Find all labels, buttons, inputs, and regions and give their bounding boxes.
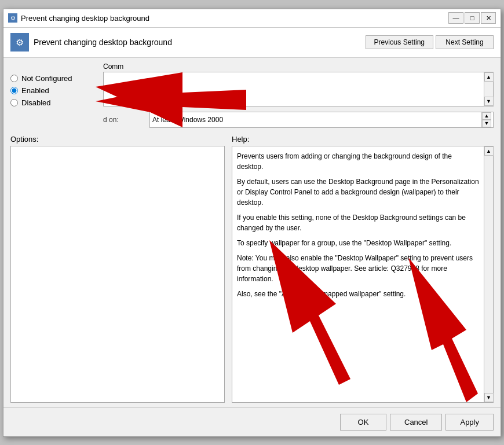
supported-scroll-down[interactable]: ▼ [482,120,491,127]
supported-value: At least Windows 2000 [152,116,481,124]
next-setting-button[interactable]: Next Setting [436,35,494,49]
supported-scrollbar: ▲ ▼ [481,112,491,127]
minimize-button[interactable]: — [448,12,463,24]
help-header: Help: [232,135,494,144]
options-header: Options: [10,135,225,144]
scroll-down-arrow[interactable]: ▼ [484,97,494,106]
header-row: ⚙ Prevent changing desktop background Pr… [3,28,501,58]
header-buttons: Previous Setting Next Setting [366,35,494,49]
supported-scroll-up[interactable]: ▲ [482,112,491,120]
help-scrollbar: ▲ ▼ [484,146,493,402]
title-bar: ⚙ Prevent changing desktop background — … [3,9,501,28]
help-para-5: Note: You must also enable the "Desktop … [237,253,479,284]
help-para-3: If you enable this setting, none of the … [237,212,479,233]
comment-textarea[interactable] [104,72,484,106]
help-column: Help: Prevents users from adding or chan… [232,135,494,403]
disabled-option[interactable]: Disabled [10,98,103,107]
app-icon: ⚙ [8,13,17,23]
radio-comment-row: Not Configured Enabled Disabled Comm [10,62,494,107]
help-para-2: By default, users can use the Desktop Ba… [237,176,479,208]
options-help-row: Options: Help: Prevents users from addin… [10,135,494,403]
enabled-label: Enabled [21,86,49,95]
main-content: Not Configured Enabled Disabled Comm [3,58,501,407]
apply-button[interactable]: Apply [445,414,494,431]
previous-setting-button[interactable]: Previous Setting [366,35,433,49]
title-bar-title: Prevent changing desktop background [21,14,149,23]
comment-scrollbar: ▲ ▼ [484,72,493,106]
comment-section: Comm ▲ ▼ [103,62,494,106]
options-box [10,146,225,403]
help-scroll-up[interactable]: ▲ [484,146,494,156]
header-title: Prevent changing desktop background [34,38,172,47]
maximize-button[interactable]: □ [465,12,480,24]
close-button[interactable]: ✕ [481,12,496,24]
options-column: Options: [10,135,225,403]
header-left: ⚙ Prevent changing desktop background [10,33,172,52]
cancel-button[interactable]: Cancel [390,414,442,431]
comment-label: Comm [103,62,494,71]
disabled-radio[interactable] [10,99,18,106]
not-configured-option[interactable]: Not Configured [10,74,103,83]
header-icon: ⚙ [10,33,29,52]
title-bar-controls: — □ ✕ [448,12,496,24]
help-para-4: To specify wallpaper for a group, use th… [237,238,479,248]
scroll-up-arrow[interactable]: ▲ [484,72,494,82]
ok-button[interactable]: OK [340,414,386,431]
enabled-option[interactable]: Enabled [10,86,103,95]
help-text-content: Prevents users from adding or changing t… [232,146,484,402]
help-box: Prevents users from adding or changing t… [232,146,494,403]
not-configured-label: Not Configured [21,74,72,83]
help-para-6: Also, see the "Allow only bitmapped wall… [237,289,479,299]
radio-section: Not Configured Enabled Disabled [10,62,103,107]
supported-section: d on: At least Windows 2000 ▲ ▼ [103,112,494,128]
disabled-label: Disabled [21,98,51,107]
not-configured-radio[interactable] [10,75,18,82]
supported-value-wrapper: At least Windows 2000 ▲ ▼ [149,112,494,128]
help-para-1: Prevents users from adding or changing t… [237,151,479,172]
footer-buttons: OK Cancel Apply [3,407,501,436]
enabled-radio[interactable] [10,87,18,94]
supported-label: d on: [103,116,149,124]
help-scroll-down[interactable]: ▼ [484,393,494,402]
title-bar-left: ⚙ Prevent changing desktop background [8,13,149,23]
